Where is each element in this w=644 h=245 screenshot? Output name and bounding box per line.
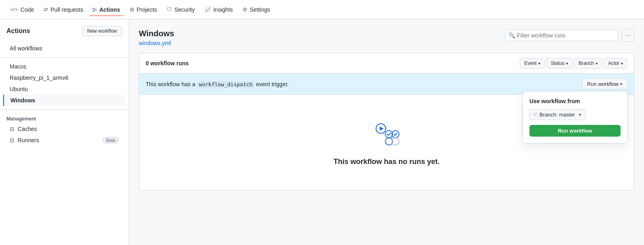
dispatch-right: Run workflow ▾ Use workflow from ⑂ Branc…: [582, 79, 627, 89]
more-options-button[interactable]: ···: [621, 29, 634, 42]
sidebar-divider-management: [0, 109, 129, 110]
chevron-down-icon: ▾: [620, 82, 622, 86]
nav-pull-requests[interactable]: ⇄ Pull requests: [40, 3, 87, 16]
dropdown-label: Use workflow from: [529, 98, 621, 104]
settings-icon: ⚙: [243, 6, 247, 12]
sidebar: Actions New workflow All workflows Macos…: [0, 19, 129, 245]
main-content: Windows windows.yml 🔍 ··· 0 workflow run…: [129, 19, 644, 245]
security-icon: 🛡: [167, 6, 172, 12]
sidebar-item-ubuntu[interactable]: Ubuntu: [3, 83, 125, 95]
beta-badge: Beta: [102, 137, 119, 143]
pull-requests-icon: ⇄: [44, 6, 48, 12]
sidebar-item-windows[interactable]: Windows: [3, 95, 125, 106]
workflow-title: Windows: [139, 29, 174, 38]
sidebar-divider: [0, 57, 129, 58]
run-workflow-confirm-button[interactable]: Run workflow: [529, 125, 621, 137]
filter-actor-button[interactable]: Actor ▾: [604, 58, 627, 69]
filter-event-button[interactable]: Event ▾: [520, 58, 545, 69]
nav-projects[interactable]: ⊞ Projects: [126, 3, 161, 16]
actions-icon: ▷: [93, 6, 97, 12]
insights-icon: 📈: [205, 6, 211, 12]
sidebar-item-all-workflows[interactable]: All workflows: [3, 43, 125, 54]
empty-title: This workflow has no runs yet.: [333, 158, 439, 166]
dispatch-banner: This workflow has a workflow_dispatch ev…: [139, 74, 634, 95]
filter-branch-button[interactable]: Branch ▾: [574, 58, 602, 69]
caches-icon: ⊟: [10, 126, 15, 132]
new-workflow-button[interactable]: New workflow: [82, 26, 122, 36]
workflow-actions-right: 🔍 ···: [505, 29, 634, 42]
nav-code[interactable]: </> Code: [6, 3, 38, 16]
runners-icon: ⊟: [10, 137, 15, 143]
workflow-file-link[interactable]: windows.yml: [139, 40, 174, 46]
nav-actions[interactable]: ▷ Actions: [89, 3, 124, 16]
svg-line-6: [381, 133, 385, 134]
empty-illustration: [370, 119, 403, 151]
sidebar-header: Actions New workflow: [0, 26, 129, 43]
search-icon: 🔍: [508, 32, 515, 39]
runs-panel: 0 workflow runs Event ▾ Status ▾ Branch …: [139, 53, 634, 191]
runs-panel-header: 0 workflow runs Event ▾ Status ▾ Branch …: [139, 53, 634, 74]
runs-filters: Event ▾ Status ▾ Branch ▾ Actor ▾: [520, 58, 627, 69]
sidebar-item-runners[interactable]: ⊟ Runners Beta: [3, 135, 125, 146]
chevron-down-icon: ▾: [538, 61, 540, 66]
top-nav: </> Code ⇄ Pull requests ▷ Actions ⊞ Pro…: [0, 0, 644, 19]
nav-insights[interactable]: 📈 Insights: [201, 3, 237, 16]
run-workflow-button[interactable]: Run workflow ▾: [582, 79, 627, 89]
run-workflow-dropdown: Use workflow from ⑂ Branch: master ▾ Run…: [523, 91, 627, 143]
sidebar-item-caches[interactable]: ⊟ Caches: [3, 123, 125, 135]
code-icon: </>: [10, 6, 18, 12]
management-label: Management: [0, 113, 129, 123]
branch-selector-button[interactable]: ⑂ Branch: master ▾: [529, 109, 585, 120]
filter-input-wrap: 🔍: [505, 30, 618, 41]
nav-security[interactable]: 🛡 Security: [163, 3, 199, 16]
projects-icon: ⊞: [130, 6, 134, 12]
chevron-down-icon: ▾: [579, 112, 581, 117]
chevron-down-icon: ▾: [566, 61, 568, 66]
branch-icon: ⑂: [534, 112, 537, 118]
svg-marker-1: [380, 127, 384, 131]
sidebar-title: Actions: [6, 27, 30, 35]
workflow-header: Windows windows.yml 🔍 ···: [139, 29, 634, 46]
dispatch-text: This workflow has a workflow_dispatch ev…: [146, 81, 289, 87]
chevron-down-icon: ▾: [596, 61, 598, 66]
chevron-down-icon: ▾: [621, 61, 623, 66]
workflow-info: Windows windows.yml: [139, 29, 174, 46]
layout: Actions New workflow All workflows Macos…: [0, 19, 644, 245]
runs-count: 0 workflow runs: [146, 60, 189, 66]
nav-settings[interactable]: ⚙ Settings: [238, 3, 274, 16]
filter-status-button[interactable]: Status ▾: [546, 58, 573, 69]
sidebar-item-macos[interactable]: Macos: [3, 61, 125, 72]
filter-input[interactable]: [505, 30, 618, 41]
sidebar-item-raspberry[interactable]: Raspberry_pi_1_armv6: [3, 72, 125, 83]
